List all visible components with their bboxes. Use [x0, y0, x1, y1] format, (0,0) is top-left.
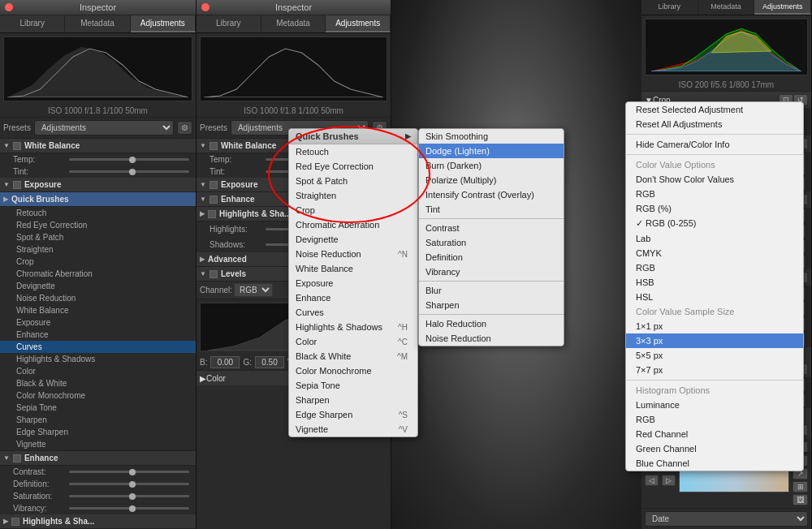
ctx-rgb[interactable]: RGB	[626, 187, 803, 201]
middle-channel-select[interactable]: RGB	[234, 283, 273, 297]
qb-sharpen[interactable]: Sharpen	[289, 393, 417, 407]
ctx-3x3[interactable]: 3×3 px	[626, 333, 803, 348]
qb-straighten[interactable]: Straighten	[289, 188, 417, 203]
left-close-btn[interactable]	[5, 3, 13, 11]
ctx-green-channel[interactable]: Green Channel	[626, 441, 803, 456]
qb-wb[interactable]: White Balance	[289, 261, 417, 276]
ctx-rgb-hist[interactable]: RGB	[626, 412, 803, 427]
qb-sub-tint[interactable]: Tint	[419, 202, 564, 217]
right-icon3[interactable]: ⊞	[793, 481, 808, 492]
date-select[interactable]: Date	[645, 511, 808, 527]
left-qb-sepia[interactable]: Sepia Tone	[0, 402, 196, 414]
left-qb-exposure[interactable]: Exposure	[0, 316, 196, 329]
qb-curves[interactable]: Curves	[289, 305, 417, 320]
right-arrow-left[interactable]: ◁	[645, 475, 659, 486]
right-icon4[interactable]: 🖼	[793, 494, 808, 505]
qb-sub-burndarken[interactable]: Burn (Darken)	[419, 158, 564, 173]
ctx-rgb2[interactable]: RGB	[626, 260, 803, 275]
right-tab-library[interactable]: Library	[641, 0, 698, 15]
qb-sub-vibrancy[interactable]: Vibrancy	[419, 264, 564, 279]
left-tab-adjustments[interactable]: Adjustments	[131, 15, 196, 32]
qb-sub-definition[interactable]: Definition	[419, 250, 564, 264]
left-qb-curves[interactable]: Curves	[0, 341, 196, 353]
qb-sub-contrast[interactable]: Contrast	[419, 221, 564, 235]
left-qb-chromatic[interactable]: Chromatic Aberration	[0, 268, 196, 280]
qb-color[interactable]: Color^C	[289, 334, 417, 349]
gear-button-left[interactable]: ⚙	[177, 121, 192, 135]
left-qb-vignette[interactable]: Vignette	[0, 438, 196, 450]
qb-retouch[interactable]: Retouch	[289, 144, 417, 159]
left-tab-metadata[interactable]: Metadata	[65, 15, 130, 32]
qb-bw[interactable]: Black & White^M	[289, 349, 417, 363]
qb-noisereduction[interactable]: Noise Reduction^N	[289, 247, 417, 261]
presets-select[interactable]: Adjustments	[34, 120, 174, 135]
qb-sub-noisered[interactable]: Noise Reduction	[419, 331, 564, 346]
left-qb-colormon[interactable]: Color Monochrome	[0, 389, 196, 402]
left-qb-devignette[interactable]: Devignette	[0, 280, 196, 292]
left-qb-redeye[interactable]: Red Eye Correction	[0, 219, 196, 231]
ctx-rgb-pct[interactable]: RGB (%)	[626, 201, 803, 216]
left-qb-straighten[interactable]: Straighten	[0, 243, 196, 256]
left-qb-wb[interactable]: White Balance	[0, 304, 196, 316]
ctx-reset-selected[interactable]: Reset Selected Adjustment	[626, 102, 803, 117]
left-enhance-header[interactable]: ▼ Enhance	[0, 451, 196, 466]
left-qb-color[interactable]: Color	[0, 365, 196, 377]
left-hs-header[interactable]: ▶ Highlights & Sha...	[0, 514, 196, 529]
ctx-hsl[interactable]: HSL	[626, 290, 803, 304]
qb-hs[interactable]: Highlights & Shadows^H	[289, 320, 417, 334]
qb-edgesharpen[interactable]: Edge Sharpen^S	[289, 407, 417, 422]
qb-spot[interactable]: Spot & Patch	[289, 174, 417, 188]
left-qb-noisered[interactable]: Noise Reduction	[0, 292, 196, 304]
middle-g-input[interactable]	[255, 356, 284, 368]
qb-crop[interactable]: Crop	[289, 203, 417, 217]
qb-exposure[interactable]: Exposure	[289, 276, 417, 290]
ctx-7x7[interactable]: 7×7 px	[626, 363, 803, 377]
ctx-blue-channel[interactable]: Blue Channel	[626, 456, 803, 471]
qb-sub-sharpen[interactable]: Sharpen	[419, 298, 564, 312]
left-qb-edgesharpen[interactable]: Edge Sharpen	[0, 426, 196, 438]
ctx-red-channel[interactable]: Red Channel	[626, 427, 803, 441]
left-qb-bw[interactable]: Black & White	[0, 377, 196, 389]
left-qb-retouch[interactable]: Retouch	[0, 207, 196, 219]
qb-chromatic[interactable]: Chromatic Aberration	[289, 217, 417, 232]
left-tab-library[interactable]: Library	[0, 15, 65, 32]
ctx-luminance[interactable]: Luminance	[626, 398, 803, 412]
ctx-1x1[interactable]: 1×1 px	[626, 319, 803, 333]
ctx-hsb[interactable]: HSB	[626, 275, 803, 290]
qb-sub-blur[interactable]: Blur	[419, 283, 564, 298]
ctx-cmyk[interactable]: CMYK	[626, 246, 803, 260]
qb-colormon[interactable]: Color Monochrome	[289, 363, 417, 378]
left-qb-sharpen[interactable]: Sharpen	[0, 414, 196, 426]
qb-redeye[interactable]: Red Eye Correction	[289, 159, 417, 174]
left-exposure-header[interactable]: ▼ Exposure	[0, 178, 196, 192]
left-white-balance-header[interactable]: ▼ White Balance	[0, 139, 196, 153]
right-arrow-right[interactable]: ▷	[662, 475, 676, 486]
middle-close-btn[interactable]	[201, 3, 209, 11]
right-tab-metadata[interactable]: Metadata	[698, 0, 755, 15]
middle-tab-metadata[interactable]: Metadata	[261, 15, 326, 32]
qb-sub-saturation[interactable]: Saturation	[419, 235, 564, 250]
qb-devignette[interactable]: Devignette	[289, 232, 417, 247]
qb-sub-polarize[interactable]: Polarize (Multiply)	[419, 173, 564, 187]
middle-b-input[interactable]	[210, 356, 240, 368]
qb-sub-skinsmooting[interactable]: Skin Smoothing	[419, 129, 564, 144]
ctx-5x5[interactable]: 5×5 px	[626, 348, 803, 363]
middle-tab-adjustments[interactable]: Adjustments	[326, 15, 391, 32]
qb-vignette[interactable]: Vignette^V	[289, 422, 417, 437]
left-quick-brushes-header[interactable]: ▶ Quick Brushes	[0, 192, 196, 207]
right-tab-adjustments[interactable]: Adjustments	[754, 0, 811, 15]
qb-sepia[interactable]: Sepia Tone	[289, 378, 417, 393]
ctx-lab[interactable]: Lab	[626, 231, 803, 246]
qb-sub-intensify[interactable]: Intensify Contrast (Overlay)	[419, 187, 564, 202]
ctx-hide-camera[interactable]: Hide Camera/Color Info	[626, 137, 803, 152]
middle-tab-library[interactable]: Library	[197, 15, 261, 32]
ctx-dont-show[interactable]: Don't Show Color Values	[626, 172, 803, 187]
left-qb-enhance[interactable]: Enhance	[0, 329, 196, 341]
ctx-reset-all[interactable]: Reset All Adjustments	[626, 117, 803, 131]
left-qb-spot[interactable]: Spot & Patch	[0, 231, 196, 243]
qb-sub-dodgelighten[interactable]: Dodge (Lighten)	[419, 144, 564, 158]
left-qb-hs[interactable]: Highlights & Shadows	[0, 353, 196, 365]
qb-enhance[interactable]: Enhance	[289, 290, 417, 305]
ctx-rgb-255[interactable]: RGB (0-255)	[626, 216, 803, 231]
left-qb-crop[interactable]: Crop	[0, 256, 196, 268]
